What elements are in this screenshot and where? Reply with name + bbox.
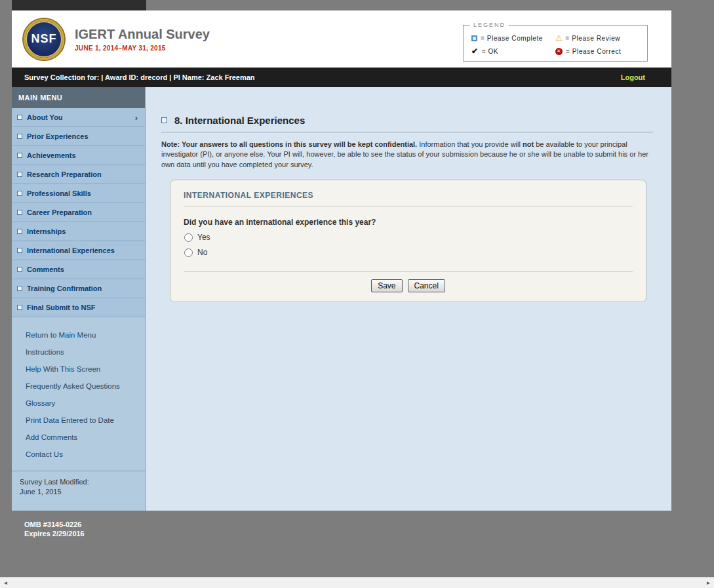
- note-bold-not: not: [523, 140, 534, 148]
- status-checkbox-icon: [17, 191, 22, 196]
- sidebar-item-final-submit-to-nsf[interactable]: Final Submit to NSF: [12, 298, 145, 317]
- sidebar-item-comments[interactable]: Comments: [12, 260, 145, 279]
- panel-divider: [184, 271, 633, 272]
- sidebar-item-achievements[interactable]: Achievements: [12, 146, 145, 165]
- note-bold-lead: Note: Your answers to all questions in t…: [161, 140, 417, 148]
- title-divider: [161, 132, 653, 132]
- confidentiality-note: Note: Your answers to all questions in t…: [161, 140, 650, 170]
- status-checkbox-icon: [17, 267, 22, 272]
- option-no[interactable]: No: [184, 248, 633, 257]
- status-checkbox-icon: [17, 248, 22, 253]
- page-title: 8. International Experiences: [174, 115, 305, 126]
- legend-item-text: = Please Review: [565, 35, 620, 42]
- panel-divider: [184, 206, 633, 207]
- status-checkbox-icon: [17, 115, 22, 120]
- sidebar-item-about-you[interactable]: About You ›: [12, 108, 145, 127]
- yes-radio[interactable]: [184, 233, 193, 242]
- legend-item-text: = Please Correct: [566, 48, 621, 55]
- nsf-logo-text: NSF: [31, 32, 57, 46]
- save-button[interactable]: Save: [371, 279, 402, 292]
- status-checkbox-icon: [17, 305, 22, 310]
- status-checkbox-icon: [17, 229, 22, 234]
- please-review-icon: ⚠: [555, 34, 563, 42]
- status-checkbox-icon: [161, 117, 167, 123]
- logout-link[interactable]: Logout: [621, 73, 645, 81]
- sidebar-link-add-comments[interactable]: Add Comments: [12, 429, 145, 446]
- sidebar-item-internships[interactable]: Internships: [12, 222, 145, 241]
- sidebar-link-return-to-main-menu[interactable]: Return to Main Menu: [12, 326, 145, 343]
- legend-label: LEGEND: [470, 22, 509, 28]
- legend-item-text: = Please Complete: [481, 35, 543, 42]
- chevron-right-icon: ›: [135, 113, 138, 123]
- please-correct-icon: ✕: [555, 48, 563, 55]
- sidebar-item-research-preparation[interactable]: Research Preparation: [12, 165, 145, 184]
- main-menu-header: MAIN MENU: [12, 87, 145, 108]
- brand: IGERT Annual Survey JUNE 1, 2014–MAY 31,…: [75, 27, 210, 52]
- sidebar-link-faq[interactable]: Frequently Asked Questions: [12, 378, 145, 395]
- legend: LEGEND = Please Complete ⚠ = Please Revi…: [463, 25, 648, 62]
- status-checkbox-icon: [17, 153, 22, 158]
- page: NSF IGERT Annual Survey JUNE 1, 2014–MAY…: [12, 10, 671, 511]
- survey-collection-info: Survey Collection for: | Award ID: dreco…: [24, 73, 255, 81]
- option-yes[interactable]: Yes: [184, 233, 633, 242]
- sidebar-link-glossary[interactable]: Glossary: [12, 395, 145, 412]
- legend-item-please-complete: = Please Complete: [471, 34, 555, 42]
- sidebar-item-professional-skills[interactable]: Professional Skills: [12, 184, 145, 203]
- sidebar-links: Return to Main Menu Instructions Help Wi…: [12, 317, 145, 463]
- status-checkbox-icon: [17, 210, 22, 215]
- survey-last-modified-label: Survey Last Modified:: [20, 477, 137, 487]
- sidebar-item-training-confirmation[interactable]: Training Confirmation: [12, 279, 145, 298]
- international-experiences-panel: INTERNATIONAL EXPERIENCES Did you have a…: [170, 180, 646, 302]
- sidebar-link-instructions[interactable]: Instructions: [12, 343, 145, 361]
- sidebar-link-print-data[interactable]: Print Data Entered to Date: [12, 412, 145, 429]
- app-title: IGERT Annual Survey: [75, 27, 210, 42]
- omb-footer: OMB #3145-0226 Expires 2/29/2016: [24, 520, 85, 539]
- content-row: MAIN MENU About You › Prior Experiences …: [12, 87, 671, 511]
- scroll-left-arrow-icon[interactable]: ◄: [0, 580, 11, 586]
- legend-item-ok: ✔ = OK: [471, 47, 555, 55]
- main-content: 8. International Experiences Note: Your …: [146, 87, 671, 511]
- sidebar-item-prior-experiences[interactable]: Prior Experiences: [12, 127, 145, 146]
- ok-icon: ✔: [471, 47, 479, 55]
- note-text: Information that you provide will: [417, 140, 523, 148]
- cancel-button[interactable]: Cancel: [408, 279, 445, 292]
- nsf-logo: NSF: [24, 19, 64, 60]
- omb-expires: Expires 2/29/2016: [24, 529, 85, 538]
- option-yes-label: Yes: [197, 233, 210, 242]
- option-no-label: No: [197, 248, 207, 257]
- button-row: Save Cancel: [184, 279, 633, 292]
- scroll-right-arrow-icon[interactable]: ►: [703, 580, 714, 586]
- sidebar-link-help-with-this-screen[interactable]: Help With This Screen: [12, 361, 145, 378]
- survey-period: JUNE 1, 2014–MAY 31, 2015: [75, 45, 210, 52]
- legend-item-please-review: ⚠ = Please Review: [555, 34, 639, 42]
- horizontal-scrollbar[interactable]: ◄ ►: [0, 577, 714, 588]
- sidebar: MAIN MENU About You › Prior Experiences …: [12, 87, 146, 511]
- no-radio[interactable]: [184, 248, 193, 257]
- status-checkbox-icon: [17, 286, 22, 291]
- browser-top-strip: [12, 0, 146, 10]
- legend-grid: = Please Complete ⚠ = Please Review ✔ = …: [471, 34, 639, 55]
- status-bar: Survey Collection for: | Award ID: dreco…: [12, 68, 671, 87]
- panel-title: INTERNATIONAL EXPERIENCES: [184, 191, 633, 200]
- sidebar-item-international-experiences[interactable]: International Experiences: [12, 241, 145, 260]
- survey-last-modified: Survey Last Modified: June 1, 2015: [12, 471, 145, 503]
- legend-item-text: = OK: [482, 48, 498, 55]
- header: NSF IGERT Annual Survey JUNE 1, 2014–MAY…: [12, 10, 671, 68]
- please-complete-icon: [471, 35, 477, 41]
- question-text: Did you have an international experience…: [184, 218, 633, 227]
- page-title-row: 8. International Experiences: [161, 115, 653, 126]
- sidebar-item-career-preparation[interactable]: Career Preparation: [12, 203, 145, 222]
- status-checkbox-icon: [17, 172, 22, 177]
- status-checkbox-icon: [17, 134, 22, 139]
- omb-number: OMB #3145-0226: [24, 520, 85, 529]
- sidebar-link-contact-us[interactable]: Contact Us: [12, 446, 145, 463]
- survey-last-modified-date: June 1, 2015: [20, 487, 137, 497]
- legend-item-please-correct: ✕ = Please Correct: [555, 47, 639, 55]
